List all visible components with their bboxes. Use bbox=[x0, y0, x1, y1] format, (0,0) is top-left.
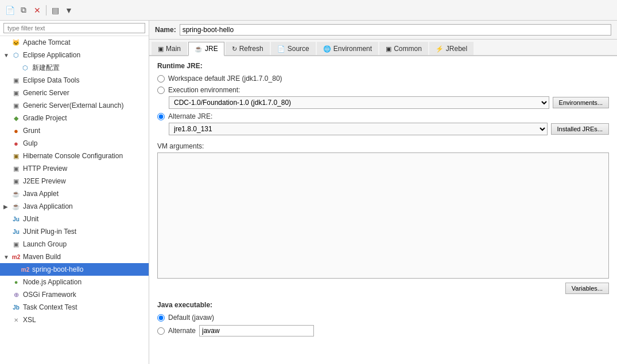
sidebar-item-j2ee[interactable]: ▣ J2EE Preview bbox=[0, 175, 149, 187]
vm-args-section: VM arguments: Variables... bbox=[157, 142, 609, 294]
new-config-label: 新建配置 bbox=[32, 63, 60, 73]
sidebar-item-junit-plugin[interactable]: Ju JUnit Plug-in Test bbox=[0, 225, 149, 238]
vm-args-textarea[interactable] bbox=[157, 152, 609, 279]
tab-refresh-label: Refresh bbox=[239, 45, 263, 53]
maven-label: Maven Build bbox=[23, 253, 61, 261]
xsl-icon: ✕ bbox=[11, 315, 21, 324]
arrow-gradle bbox=[3, 115, 10, 122]
http-label: HTTP Preview bbox=[23, 165, 67, 173]
variables-btn[interactable]: Variables... bbox=[565, 283, 609, 294]
sidebar-item-generic-server[interactable]: ▣ Generic Server bbox=[0, 87, 149, 99]
generic-server-ext-label: Generic Server(External Launch) bbox=[23, 101, 123, 109]
exec-env-select[interactable]: CDC-1.0/Foundation-1.0 (jdk1.7.0_80) bbox=[169, 96, 549, 109]
alt-jre-radio[interactable] bbox=[157, 113, 165, 120]
installed-jres-btn[interactable]: Installed JREs... bbox=[551, 123, 609, 135]
junit-plugin-icon: Ju bbox=[11, 227, 21, 236]
arrow-junit bbox=[3, 216, 10, 222]
name-row: Name: bbox=[149, 21, 617, 40]
java-applet-icon: ☕ bbox=[11, 189, 21, 198]
sidebar-item-xsl[interactable]: ✕ XSL bbox=[0, 314, 149, 326]
sidebar-item-new-config[interactable]: ⬡ 新建配置 bbox=[0, 61, 149, 74]
task-context-label: Task Context Test bbox=[23, 303, 77, 311]
sidebar-item-eclipse-data-tools[interactable]: ▣ Eclipse Data Tools bbox=[0, 74, 149, 87]
tab-environment[interactable]: 🌐 Environment bbox=[317, 42, 378, 55]
sidebar-item-eclipse-app[interactable]: ▼ ⬡ Eclipse Application bbox=[0, 49, 149, 61]
environments-btn[interactable]: Environments... bbox=[553, 97, 609, 108]
arrow-task-context bbox=[3, 304, 10, 311]
exec-env-radio[interactable] bbox=[157, 87, 165, 94]
sidebar-item-maven[interactable]: ▼ m2 Maven Build bbox=[0, 251, 149, 263]
arrow-gulp bbox=[3, 140, 10, 147]
tab-common[interactable]: ▣ Common bbox=[379, 42, 428, 55]
sidebar-item-launch-group[interactable]: ▣ Launch Group bbox=[0, 238, 149, 251]
j2ee-label: J2EE Preview bbox=[23, 177, 66, 185]
tab-jrebel-label: JRebel bbox=[446, 45, 467, 53]
arrow-apache-tomcat bbox=[3, 40, 10, 46]
sidebar-item-gulp[interactable]: ● Gulp bbox=[0, 137, 149, 150]
sidebar-item-grunt[interactable]: ● Grunt bbox=[0, 124, 149, 137]
arrow-java-app: ▶ bbox=[3, 203, 10, 210]
sidebar: 🐱 Apache Tomcat ▼ ⬡ Eclipse Application … bbox=[0, 21, 149, 364]
tab-jre-label: JRE bbox=[205, 45, 218, 53]
osgi-icon: ⊕ bbox=[11, 290, 21, 299]
sidebar-item-apache-tomcat[interactable]: 🐱 Apache Tomcat bbox=[0, 36, 149, 49]
grunt-label: Grunt bbox=[23, 127, 40, 135]
tab-refresh-icon: ↻ bbox=[232, 45, 237, 53]
alt-jre-select[interactable]: jre1.8.0_131 bbox=[169, 123, 548, 135]
name-input[interactable] bbox=[180, 24, 611, 36]
sidebar-item-http[interactable]: ▣ HTTP Preview bbox=[0, 162, 149, 175]
nodejs-icon: ● bbox=[11, 277, 21, 287]
name-label: Name: bbox=[155, 26, 176, 34]
sidebar-item-nodejs[interactable]: ● Node.js Application bbox=[0, 276, 149, 288]
arrow-new-config bbox=[13, 65, 20, 71]
xsl-label: XSL bbox=[23, 316, 36, 324]
main-toolbar: 📄 ⧉ ✕ ▤ ▼ bbox=[0, 0, 617, 21]
duplicate-config-btn[interactable]: ⧉ bbox=[17, 4, 30, 17]
maven-icon: m2 bbox=[11, 252, 21, 261]
sidebar-item-generic-server-ext[interactable]: ▣ Generic Server(External Launch) bbox=[0, 99, 149, 112]
delete-config-btn[interactable]: ✕ bbox=[31, 4, 44, 17]
tab-jrebel-icon: ⚡ bbox=[436, 45, 444, 53]
filter-config-btn[interactable]: ▤ bbox=[49, 4, 61, 17]
spring-boot-label: spring-boot-hello bbox=[32, 265, 83, 273]
tab-jre[interactable]: ☕ JRE bbox=[188, 42, 224, 56]
new-config-btn[interactable]: 📄 bbox=[3, 4, 16, 17]
tab-main[interactable]: ▣ Main bbox=[152, 42, 187, 55]
exec-env-select-row: CDC-1.0/Foundation-1.0 (jdk1.7.0_80) Env… bbox=[169, 96, 609, 109]
variables-row: Variables... bbox=[157, 283, 609, 294]
tab-source[interactable]: 📄 Source bbox=[271, 42, 316, 55]
arrow-maven: ▼ bbox=[3, 254, 10, 260]
sidebar-item-junit[interactable]: Ju JUnit bbox=[0, 213, 149, 225]
more-config-btn[interactable]: ▼ bbox=[63, 4, 75, 17]
workspace-jre-radio[interactable] bbox=[157, 75, 165, 83]
tab-refresh[interactable]: ↻ Refresh bbox=[226, 42, 270, 55]
eclipse-app-icon: ⬡ bbox=[11, 50, 21, 60]
sidebar-item-spring-boot[interactable]: m2 spring-boot-hello bbox=[0, 263, 149, 276]
tab-jrebel[interactable]: ⚡ JRebel bbox=[429, 42, 474, 55]
arrow-hibernate bbox=[3, 153, 10, 159]
sidebar-item-gradle[interactable]: ◆ Gradle Project bbox=[0, 112, 149, 124]
alt-exec-radio[interactable] bbox=[157, 327, 165, 335]
sidebar-item-java-applet[interactable]: ☕ Java Applet bbox=[0, 187, 149, 200]
java-exec-section: Java executable: Default (javaw) Alterna… bbox=[157, 301, 609, 336]
exec-env-label: Execution environment: bbox=[168, 86, 240, 94]
eclipse-data-icon: ▣ bbox=[11, 76, 21, 85]
sidebar-item-osgi[interactable]: ⊕ OSGi Framework bbox=[0, 288, 149, 301]
sidebar-item-task-context[interactable]: Jb Task Context Test bbox=[0, 301, 149, 314]
jre-content: Runtime JRE: Workspace default JRE (jdk1… bbox=[149, 56, 617, 364]
java-applet-label: Java Applet bbox=[23, 190, 59, 198]
runtime-jre-radio-group: Workspace default JRE (jdk1.7.0_80) Exec… bbox=[157, 75, 609, 135]
filter-input[interactable] bbox=[3, 23, 145, 33]
arrow-generic-server bbox=[3, 90, 10, 96]
alt-jre-select-row: jre1.8.0_131 Installed JREs... bbox=[169, 123, 609, 135]
sidebar-item-java-app[interactable]: ▶ ☕ Java Application bbox=[0, 200, 149, 213]
arrow-grunt bbox=[3, 128, 10, 134]
sidebar-item-hibernate[interactable]: ▣ Hibernate Console Configuration bbox=[0, 150, 149, 162]
default-javaw-radio[interactable] bbox=[157, 314, 165, 322]
alt-exec-input[interactable] bbox=[199, 325, 314, 336]
osgi-label: OSGi Framework bbox=[23, 291, 76, 299]
tab-main-icon: ▣ bbox=[158, 45, 164, 53]
workspace-jre-row: Workspace default JRE (jdk1.7.0_80) bbox=[157, 75, 609, 83]
workspace-jre-label: Workspace default JRE (jdk1.7.0_80) bbox=[168, 75, 282, 83]
tab-source-icon: 📄 bbox=[277, 45, 285, 53]
